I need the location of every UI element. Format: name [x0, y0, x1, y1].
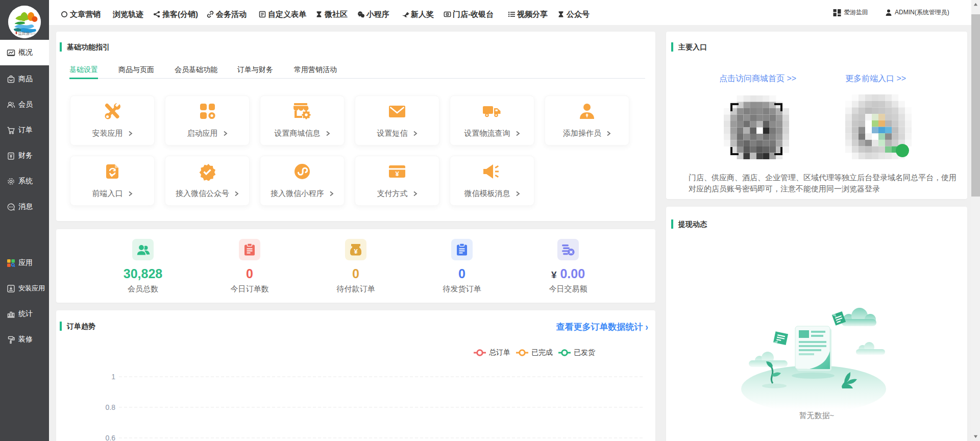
- svg-text:YanTian: YanTian: [30, 33, 38, 35]
- svg-text:盐田游: 盐田游: [18, 31, 30, 36]
- svg-text:¥: ¥: [395, 170, 399, 178]
- svg-text:¥: ¥: [354, 248, 358, 255]
